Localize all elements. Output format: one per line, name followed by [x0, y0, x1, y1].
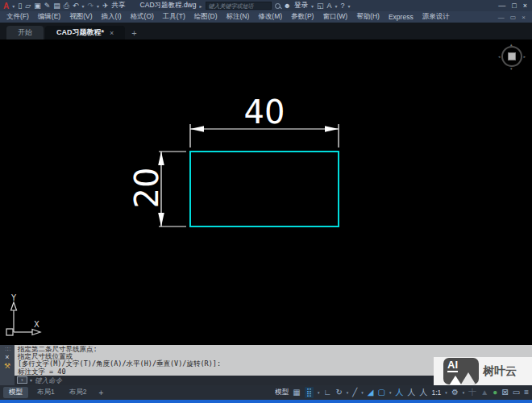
signin-user-icon[interactable]: ☻ [284, 1, 291, 10]
signin-label[interactable]: 登录 [294, 1, 308, 10]
search-input[interactable] [206, 2, 272, 10]
annotation-scale-value[interactable]: 1:1 [432, 388, 442, 397]
compass-east-arrow: ▸ [523, 54, 526, 59]
object-snap-tracking-icon[interactable]: ╱ [352, 387, 357, 398]
menu-help[interactable]: 帮助(H) [356, 12, 380, 22]
hardware-monitor-icon[interactable]: ⊠ [501, 387, 508, 398]
a-caret-icon[interactable]: ▾ [335, 3, 338, 9]
command-badge-icon[interactable]: › [17, 376, 27, 384]
menu-view[interactable]: 视图(V) [69, 12, 92, 22]
sheet-icon[interactable]: ▤ [53, 1, 60, 10]
annotation-autoscale-icon[interactable]: 人 [408, 387, 416, 398]
menu-draw[interactable]: 绘图(D) [194, 12, 218, 22]
redo-icon[interactable]: ↷ [87, 1, 94, 10]
save-as-icon[interactable]: ✎ [44, 1, 51, 10]
watermark-label: 树叶云 [483, 364, 517, 379]
new-file-icon[interactable]: ▯ [18, 1, 22, 10]
dimension-horizontal[interactable]: 40 [190, 93, 339, 147]
menu-format[interactable]: 格式(O) [131, 12, 154, 22]
help-icon[interactable]: ? [341, 1, 345, 10]
command-customize-wrench-icon[interactable]: ⚒ [4, 363, 10, 370]
redo-caret-icon[interactable]: ▾ [97, 3, 99, 9]
workspace-gear-icon[interactable]: ⚙ [451, 387, 459, 398]
history-line: 指定第二条尺寸界线原点: [18, 346, 532, 353]
dim-width-text[interactable]: 40 [244, 93, 285, 131]
menu-tools[interactable]: 工具(T) [163, 12, 185, 22]
doc-restore-button[interactable]: ▭ [510, 14, 517, 21]
tab-start[interactable]: 开始 [6, 26, 44, 39]
customization-menu-icon[interactable]: ≡ [524, 387, 529, 398]
signin-caret-icon[interactable]: ▾ [311, 3, 314, 9]
autocad-logo-icon[interactable]: A [3, 2, 9, 10]
share-label[interactable]: 共享 [112, 1, 126, 10]
dimension-vertical[interactable]: 20 [128, 152, 186, 226]
layout-tab-add-button[interactable]: + [95, 388, 106, 397]
command-input[interactable] [35, 376, 196, 384]
drawing-canvas[interactable]: 40 20 Y X [0, 39, 532, 345]
isodraft-icon[interactable]: ◢ [368, 387, 374, 398]
title-arrow-icon: ▸ [199, 3, 202, 9]
search-icon[interactable] [275, 3, 281, 9]
workspace-caret-icon[interactable]: ▾ [463, 390, 465, 395]
menu-express[interactable]: Express [389, 13, 414, 21]
menu-edit[interactable]: 编辑(E) [38, 12, 60, 22]
doc-minimize-button[interactable]: — [498, 14, 505, 21]
clean-screen-icon[interactable]: ▭ [513, 387, 520, 398]
logo-menu-caret-icon[interactable]: ▾ [12, 3, 15, 9]
snap-mode-icon[interactable]: ⣿ [305, 387, 314, 398]
navigation-compass-icon[interactable]: ▴ ▾ ▸ ◂ [501, 46, 522, 67]
menu-insert[interactable]: 插入(I) [102, 12, 122, 22]
layout-tab-layout2[interactable]: 布局2 [64, 387, 93, 398]
polar-caret-icon[interactable]: ▾ [347, 390, 349, 395]
doc-close-button[interactable]: × [522, 14, 526, 21]
menu-window[interactable]: 窗口(W) [322, 12, 347, 22]
isolate-objects-icon[interactable]: ▲ [480, 387, 488, 398]
command-recent-caret-icon[interactable]: ▾ [30, 377, 32, 383]
window-close-button[interactable]: × [523, 2, 527, 10]
annotation-visibility-icon[interactable]: 人 [396, 387, 404, 398]
help-caret-icon[interactable]: ▾ [348, 3, 351, 9]
undo-icon[interactable]: ↶ [73, 1, 79, 10]
window-maximize-button[interactable]: □ [512, 2, 516, 10]
menu-yuanquan[interactable]: 源泉设计 [422, 12, 450, 22]
menu-modify[interactable]: 修改(M) [258, 12, 282, 22]
otrack-caret-icon[interactable]: ▾ [361, 390, 364, 395]
grid-display-icon[interactable]: ▦ [293, 387, 300, 398]
command-close-icon[interactable]: × [5, 354, 9, 360]
layout-tab-layout1[interactable]: 布局1 [31, 387, 60, 398]
layout-tab-model[interactable]: 模型 [3, 387, 28, 398]
drag-grip-icon[interactable]: ∷∷ [5, 346, 10, 351]
menu-bar: 文件(F) 编辑(E) 视图(V) 插入(I) 格式(O) 工具(T) 绘图(D… [0, 11, 532, 23]
menu-file[interactable]: 文件(F) [6, 12, 29, 22]
menu-dimension[interactable]: 标注(N) [227, 12, 250, 22]
command-line-panel: ∷∷ × ⚒ 指定第二条尺寸界线原点: 指定尺寸线位置或 [多行文字(M)/文字… [0, 345, 532, 385]
open-folder-icon[interactable]: ▱ [25, 1, 31, 10]
print-icon[interactable]: ⎙ [64, 1, 69, 10]
autodesk-a-icon[interactable]: A [327, 1, 332, 10]
tab-start-label: 开始 [18, 27, 32, 38]
scale-caret-icon[interactable]: ▾ [445, 390, 447, 395]
object-snap-icon[interactable]: ▢ [378, 387, 385, 398]
tab-close-icon[interactable]: × [110, 29, 114, 37]
window-minimize-button[interactable]: — [498, 2, 505, 10]
tab-drawing-label: CAD习题教程* [56, 27, 104, 38]
snap-caret-icon[interactable]: ▾ [318, 390, 320, 395]
menu-parametric[interactable]: 参数(P) [291, 12, 314, 22]
annotation-scale-icon[interactable]: 人 [420, 387, 428, 398]
model-space-toggle[interactable]: 模型 [275, 388, 289, 397]
app-store-cart-icon[interactable]: ◱ [317, 1, 324, 10]
annotation-monitor-icon[interactable]: 十 [468, 387, 476, 398]
tab-add-button[interactable]: + [127, 28, 141, 39]
ortho-mode-icon[interactable]: ∟ [324, 387, 332, 398]
rectangle-entity[interactable] [190, 152, 339, 226]
share-icon[interactable]: ✈ [102, 1, 109, 10]
watermark-mountain-shape [459, 372, 477, 384]
command-panel-grip[interactable]: ∷∷ × ⚒ [0, 345, 15, 385]
osnap-caret-icon[interactable]: ▾ [389, 390, 392, 395]
tab-drawing-active[interactable]: CAD习题教程* × [45, 26, 125, 39]
undo-caret-icon[interactable]: ▾ [81, 3, 84, 9]
graphics-performance-icon[interactable]: ● [493, 387, 497, 398]
polar-tracking-icon[interactable]: ↻ [335, 387, 342, 398]
dim-height-text[interactable]: 20 [128, 168, 165, 209]
save-icon[interactable]: ▣ [34, 1, 41, 10]
